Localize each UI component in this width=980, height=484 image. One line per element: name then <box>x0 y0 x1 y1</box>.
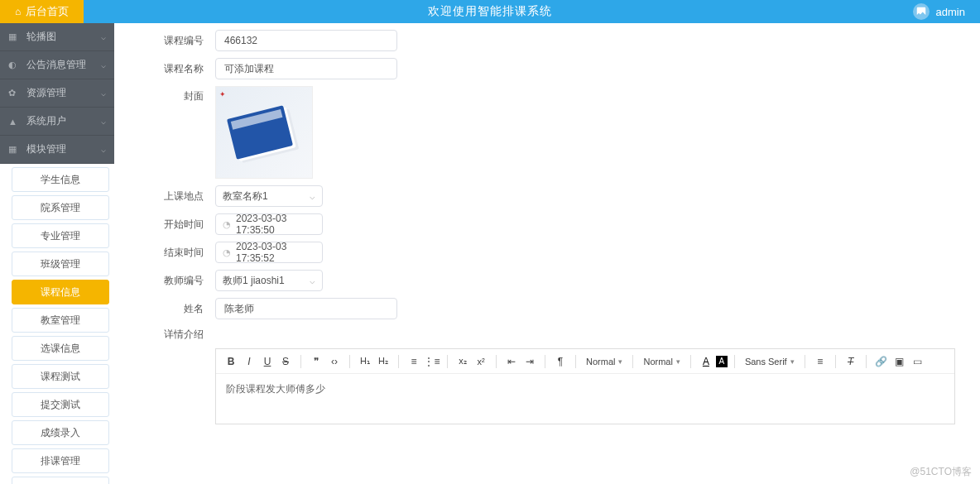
sidebar-item-schedule[interactable]: 排课管理 <box>12 448 109 473</box>
course-name-input[interactable] <box>215 58 397 79</box>
rich-editor: B I U S ❞ ‹› H₁ H₂ ≡ ⋮≡ x₂ x² ⇤ ⇥ ¶ Norm… <box>215 348 955 424</box>
watermark: @51CTO博客 <box>910 465 972 479</box>
sidebar-item-class[interactable]: 班级管理 <box>12 252 109 276</box>
label-course-id: 课程编号 <box>141 34 215 48</box>
sidebar-cat-sysuser[interactable]: ▲系统用户⌵ <box>0 108 114 136</box>
sidebar-item-select[interactable]: 选课信息 <box>12 336 109 361</box>
home-icon: ⌂ <box>15 6 21 17</box>
editor-body[interactable]: 阶段课程发大师傅多少 <box>216 374 954 424</box>
page-title: 欢迎使用智能排课系统 <box>428 4 552 19</box>
image-button[interactable]: ▣ <box>891 356 908 367</box>
label-cover: 封面 <box>141 86 215 103</box>
content-area: 课程编号 课程名称 封面 ✦ 上课地点 教室名称1 开始时间 ◔2023-03-… <box>124 23 980 484</box>
strike-button[interactable]: S <box>277 356 294 367</box>
align-button[interactable]: ≡ <box>812 356 829 367</box>
top-bar: ⌂ 后台首页 欢迎使用智能排课系统 admin <box>0 0 980 23</box>
username: admin <box>936 6 965 18</box>
editor-toolbar: B I U S ❞ ‹› H₁ H₂ ≡ ⋮≡ x₂ x² ⇤ ⇥ ¶ Norm… <box>216 349 954 374</box>
label-location: 上课地点 <box>141 189 215 204</box>
font-family-select[interactable]: Sans Serif <box>742 357 798 367</box>
cover-thumbnail[interactable]: ✦ <box>215 86 313 179</box>
circle-icon: ◐ <box>8 60 20 70</box>
name-input[interactable] <box>215 298 397 319</box>
sidebar-item-room[interactable]: 教室管理 <box>12 308 109 333</box>
label-end: 结束时间 <box>141 246 215 260</box>
sidebar-item-timetable[interactable]: 课表管理 <box>12 477 109 484</box>
sidebar-item-submit[interactable]: 提交测试 <box>12 392 109 417</box>
code-button[interactable]: ‹› <box>326 356 343 367</box>
header-select[interactable]: Normal <box>640 357 683 367</box>
label-start: 开始时间 <box>141 218 215 232</box>
chevron-down-icon: ⌵ <box>101 117 106 126</box>
bgcolor-button[interactable]: A <box>716 356 728 367</box>
ul-button[interactable]: ⋮≡ <box>424 356 440 367</box>
sidebar-item-grade[interactable]: 成绩录入 <box>12 420 109 445</box>
quote-button[interactable]: ❞ <box>308 356 324 367</box>
avatar <box>913 3 930 20</box>
home-label: 后台首页 <box>26 4 69 19</box>
sidebar-cat-resource[interactable]: ✿资源管理⌵ <box>0 79 114 108</box>
underline-button[interactable]: U <box>259 356 276 367</box>
sidebar-item-student[interactable]: 学生信息 <box>12 167 109 192</box>
home-button[interactable]: ⌂ 后台首页 <box>0 0 84 23</box>
label-course-name: 课程名称 <box>141 62 215 76</box>
sidebar-item-course[interactable]: 课程信息 <box>12 280 109 304</box>
sidebar-item-quiz[interactable]: 课程测试 <box>12 364 109 389</box>
start-time-input[interactable]: ◔2023-03-03 17:35:50 <box>215 213 323 235</box>
h2-button[interactable]: H₂ <box>375 356 392 367</box>
clear-button[interactable]: T <box>843 356 859 367</box>
sidebar: ▦轮播图⌵ ◐公告消息管理⌵ ✿资源管理⌵ ▲系统用户⌵ ▦模块管理⌵ 学生信息… <box>0 23 114 484</box>
gear-icon: ✿ <box>8 88 20 98</box>
font-size-select[interactable]: Normal <box>583 357 626 367</box>
grid-icon: ▦ <box>8 31 20 42</box>
outdent-button[interactable]: ⇤ <box>503 356 520 367</box>
bold-button[interactable]: B <box>223 356 239 367</box>
user-area[interactable]: admin <box>913 3 965 20</box>
chevron-down-icon: ⌵ <box>101 145 106 154</box>
sidebar-item-major[interactable]: 专业管理 <box>12 223 109 248</box>
label-name: 姓名 <box>141 302 215 316</box>
color-button[interactable]: A <box>698 356 714 367</box>
sidebar-cat-notice[interactable]: ◐公告消息管理⌵ <box>0 51 114 79</box>
sup-button[interactable]: x² <box>473 357 489 367</box>
indent-button[interactable]: ⇥ <box>521 356 538 367</box>
location-select[interactable]: 教室名称1 <box>215 185 323 207</box>
label-teacher-id: 教师编号 <box>141 274 215 288</box>
teacher-id-select[interactable]: 教师1 jiaoshi1 <box>215 270 323 291</box>
clock-icon: ◔ <box>223 219 231 230</box>
chevron-down-icon: ⌵ <box>101 32 106 41</box>
video-button[interactable]: ▭ <box>910 356 926 367</box>
italic-button[interactable]: I <box>241 356 257 367</box>
direction-button[interactable]: ¶ <box>552 356 569 367</box>
sidebar-item-dept[interactable]: 院系管理 <box>12 195 109 220</box>
h1-button[interactable]: H₁ <box>357 356 373 367</box>
grid-icon: ▦ <box>8 144 20 155</box>
end-time-input[interactable]: ◔2023-03-03 17:35:52 <box>215 242 323 263</box>
sidebar-cat-carousel[interactable]: ▦轮播图⌵ <box>0 23 114 51</box>
course-id-input[interactable] <box>215 30 397 51</box>
book-graphic <box>227 105 293 159</box>
ol-button[interactable]: ≡ <box>406 356 422 367</box>
label-detail: 详情介绍 <box>141 326 215 342</box>
chevron-down-icon: ⌵ <box>101 60 106 69</box>
user-icon: ▲ <box>8 117 20 127</box>
sidebar-cat-module[interactable]: ▦模块管理⌵ <box>0 136 114 164</box>
link-button[interactable]: 🔗 <box>873 356 890 367</box>
sub-button[interactable]: x₂ <box>454 356 471 367</box>
chevron-down-icon: ⌵ <box>101 89 106 98</box>
thumb-badge-icon: ✦ <box>219 90 226 98</box>
clock-icon: ◔ <box>223 247 231 258</box>
